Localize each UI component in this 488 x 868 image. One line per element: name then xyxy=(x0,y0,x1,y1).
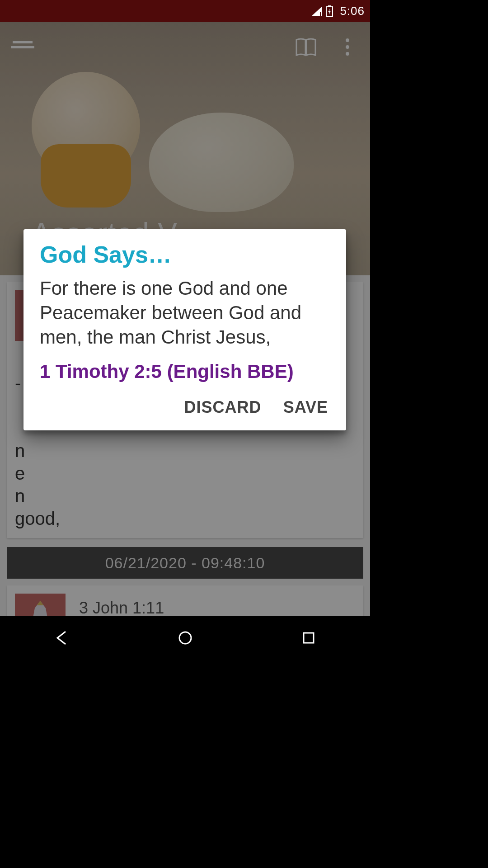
cellular-signal-icon: ! xyxy=(311,6,323,17)
app-body: Assorted V - 1 n e n good, 06/21/2020 - … xyxy=(0,22,370,616)
save-button[interactable]: SAVE xyxy=(282,394,330,420)
svg-rect-3 xyxy=(328,5,331,7)
dialog-title: God Says… xyxy=(40,241,330,268)
dialog-actions: DISCARD SAVE xyxy=(40,394,330,420)
svg-text:!: ! xyxy=(321,12,322,17)
god-says-dialog: God Says… For there is one God and one P… xyxy=(23,229,346,430)
battery-charging-icon xyxy=(325,5,333,18)
back-button[interactable] xyxy=(35,624,89,651)
svg-point-7 xyxy=(179,632,191,644)
discard-button[interactable]: DISCARD xyxy=(183,394,263,420)
recent-apps-button[interactable] xyxy=(282,624,336,651)
home-button[interactable] xyxy=(158,624,212,651)
dialog-verse-text: For there is one God and one Peacemaker … xyxy=(40,276,330,349)
status-bar: ! 5:06 xyxy=(0,0,370,22)
status-clock: 5:06 xyxy=(340,4,365,18)
dialog-verse-reference: 1 Timothy 2:5 (English BBE) xyxy=(40,361,330,382)
svg-rect-8 xyxy=(304,633,314,643)
status-icons: ! 5:06 xyxy=(311,4,365,18)
system-nav-bar xyxy=(0,616,370,660)
